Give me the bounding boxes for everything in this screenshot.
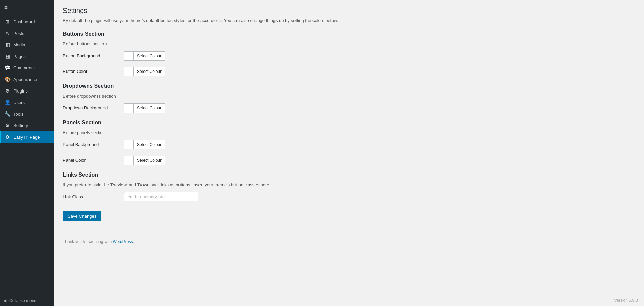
sidebar-item-tools[interactable]: 🔧 Tools [0,108,54,120]
sidebar-item-users[interactable]: 👤 Users [0,97,54,108]
sidebar-nav: ⊞ Dashboard ✎ Posts ◧ Media ▦ Pages 💬 Co… [0,16,54,295]
sidebar-item-label: Easy R' Page [13,135,40,140]
button-color-label: Button Color [63,69,124,74]
dropdown-background-swatch [124,104,134,113]
panels-section-before: Before panels section [63,130,636,135]
dropdowns-section: Dropdowns Section Before dropdownss sect… [63,83,636,113]
button-color-colour-label: Select Colour [134,69,165,74]
panel-background-swatch [124,140,134,149]
buttons-section: Buttons Section Before buttons section B… [63,31,636,76]
links-section-title: Links Section [63,172,636,180]
save-changes-button[interactable]: Save Changes [63,211,101,221]
sidebar-item-comments[interactable]: 💬 Comments [0,62,54,74]
button-color-colour-btn[interactable]: Select Colour [124,67,165,76]
button-color-swatch [124,67,134,76]
dashboard-icon: ⊞ [4,19,11,24]
page-description: By default the plugin will use your them… [63,17,636,24]
panel-color-colour-label: Select Colour [134,158,165,163]
button-background-row: Button Background Select Colour [63,51,636,61]
panel-color-row: Panel Color Select Colour [63,156,636,165]
sidebar-item-label: Pages [13,54,26,59]
collapse-menu-label: Collapse menu [9,298,36,303]
main-content: Settings By default the plugin will use … [54,0,644,306]
button-color-row: Button Color Select Colour [63,67,636,76]
buttons-section-title: Buttons Section [63,31,636,39]
footer: Thank you for creating with WordPress. [63,235,636,244]
sidebar-item-label: Plugins [13,88,28,94]
site-logo: ⚛ [0,0,54,16]
button-background-colour-label: Select Colour [134,54,165,58]
button-background-colour-btn[interactable]: Select Colour [124,51,165,61]
settings-icon: ⚙ [4,123,11,128]
collapse-menu-button[interactable]: ◀ Collapse menu [0,295,54,306]
button-background-label: Button Background [63,53,124,58]
collapse-icon: ◀ [3,298,6,303]
dropdown-background-row: Dropdown Background Select Colour [63,103,636,113]
panel-background-colour-btn[interactable]: Select Colour [124,140,165,149]
sidebar-item-dashboard[interactable]: ⊞ Dashboard [0,16,54,27]
version-text: Version 5.9.3 [614,298,638,303]
sidebar-item-easy-r-page[interactable]: ⚙ Easy R' Page [0,131,54,143]
button-background-swatch [124,52,134,60]
sidebar-item-label: Media [13,42,25,47]
dropdown-background-label: Dropdown Background [63,105,124,110]
media-icon: ◧ [4,42,11,47]
buttons-section-before: Before buttons section [63,41,636,46]
sidebar-item-label: Users [13,100,25,105]
wordpress-link[interactable]: WordPress [113,239,133,244]
sidebar-item-appearance[interactable]: 🎨 Appearance [0,74,54,85]
dropdown-background-colour-label: Select Colour [134,106,165,110]
pages-icon: ▦ [4,54,11,59]
tools-icon: 🔧 [4,111,11,117]
sidebar-item-plugins[interactable]: ⚙ Plugins [0,85,54,97]
panel-background-label: Panel Background [63,142,124,147]
dropdowns-section-before: Before dropdownss section [63,94,636,99]
links-section-before: If you prefer to style the 'Preview' and… [63,182,636,187]
footer-text: Thank you for creating with [63,239,113,244]
sidebar-item-settings[interactable]: ⚙ Settings [0,120,54,131]
sidebar-item-media[interactable]: ◧ Media [0,39,54,50]
panel-background-colour-label: Select Colour [134,142,165,147]
page-title: Settings [63,7,636,15]
users-icon: 👤 [4,100,11,105]
sidebar-item-label: Settings [13,123,29,128]
footer-period: . [133,239,134,244]
appearance-icon: 🎨 [4,77,11,82]
link-class-row: Link Class [63,192,636,201]
sidebar-item-label: Comments [13,65,35,70]
easy-r-page-icon: ⚙ [4,134,11,140]
wp-logo-icon: ⚛ [3,4,9,12]
dropdowns-section-title: Dropdowns Section [63,83,636,91]
sidebar-item-label: Appearance [13,77,37,82]
comments-icon: 💬 [4,65,11,70]
link-class-label: Link Class [63,194,124,199]
posts-icon: ✎ [4,30,11,36]
panel-background-row: Panel Background Select Colour [63,140,636,149]
panels-section-title: Panels Section [63,120,636,128]
panel-color-label: Panel Color [63,158,124,163]
dropdown-background-colour-btn[interactable]: Select Colour [124,103,165,113]
sidebar-item-label: Dashboard [13,19,35,24]
sidebar-item-posts[interactable]: ✎ Posts [0,27,54,39]
plugins-icon: ⚙ [4,88,11,94]
links-section: Links Section If you prefer to style the… [63,172,636,201]
panels-section: Panels Section Before panels section Pan… [63,120,636,165]
sidebar-item-label: Tools [13,111,23,117]
sidebar-item-pages[interactable]: ▦ Pages [0,50,54,62]
sidebar-item-label: Posts [13,31,24,36]
sidebar: ⚛ ⊞ Dashboard ✎ Posts ◧ Media ▦ Pages 💬 … [0,0,54,306]
panel-color-colour-btn[interactable]: Select Colour [124,156,165,165]
link-class-input[interactable] [124,192,198,201]
panel-color-swatch [124,156,134,165]
